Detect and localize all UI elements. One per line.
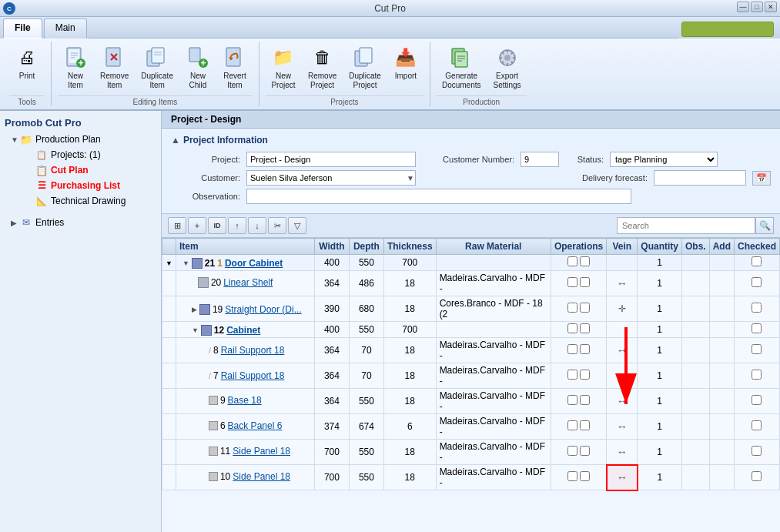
item-expand-triangle[interactable]: ▶: [192, 306, 197, 313]
item-name-text[interactable]: Rail Support 18: [221, 370, 285, 381]
ops-checkbox[interactable]: [567, 344, 577, 354]
item-name-text[interactable]: Linear Shelf: [223, 277, 273, 288]
vein-move-icon: ✛: [618, 303, 626, 314]
customer-dropdown-icon[interactable]: ▼: [407, 174, 414, 182]
row-vein: ↔: [607, 338, 638, 363]
checked-checkbox[interactable]: [752, 303, 762, 313]
search-input[interactable]: [617, 217, 755, 234]
ops-checkbox2[interactable]: [580, 420, 590, 430]
delivery-input[interactable]: [654, 170, 746, 186]
section-collapse-button[interactable]: ▲: [171, 135, 180, 146]
tab-file[interactable]: File: [3, 18, 42, 38]
ops-checkbox[interactable]: [567, 277, 577, 287]
minimize-button[interactable]: —: [737, 2, 749, 12]
ops-checkbox2[interactable]: [580, 370, 590, 380]
checked-checkbox[interactable]: [752, 323, 762, 333]
item-number: 11: [220, 446, 230, 457]
ops-checkbox2[interactable]: [580, 256, 590, 266]
observation-input[interactable]: [246, 189, 631, 204]
item-name-text[interactable]: Rail Support 18: [221, 345, 285, 356]
item-name-text[interactable]: Door Cabinet: [225, 258, 283, 269]
item-name-text[interactable]: Cabinet: [226, 325, 260, 336]
add-row-button[interactable]: +: [188, 217, 206, 234]
sidebar-item-production-plan[interactable]: ▼ 📁 Production Plan: [9, 132, 158, 147]
editing-group-label: Editing Items: [58, 95, 253, 106]
row-expand: [162, 322, 176, 338]
search-button[interactable]: 🔍: [755, 217, 774, 234]
ops-checkbox[interactable]: [567, 446, 577, 456]
production-plan-toggle[interactable]: ▼: [11, 136, 20, 144]
checked-checkbox[interactable]: [752, 256, 762, 266]
checked-checkbox[interactable]: [752, 344, 762, 354]
item-name-text[interactable]: Side Panel 18: [233, 471, 290, 482]
item-name-text[interactable]: Base 18: [228, 395, 262, 406]
svg-rect-20: [360, 48, 372, 63]
entries-toggle[interactable]: ▶: [11, 219, 20, 227]
new-child-button[interactable]: + NewChild: [180, 42, 216, 94]
row-checked: [734, 440, 779, 465]
status-select[interactable]: tage Planning: [610, 152, 718, 167]
row-quantity: 1: [638, 465, 682, 490]
sidebar-item-purchasing-list[interactable]: ☰ Purchasing List: [25, 178, 158, 193]
svg-point-27: [504, 55, 511, 61]
new-item-button[interactable]: + NewItem: [58, 42, 93, 94]
item-expand-triangle[interactable]: ▼: [192, 326, 199, 334]
customer-number-input[interactable]: [521, 152, 559, 167]
duplicate-item-button[interactable]: DuplicateItem: [136, 42, 179, 94]
sidebar-item-entries[interactable]: ▶ ✉ Entries: [9, 215, 158, 230]
remove-item-button[interactable]: RemoveItem: [95, 42, 134, 94]
maximize-button[interactable]: □: [751, 2, 763, 12]
item-name-text[interactable]: Back Panel 6: [228, 420, 283, 431]
sidebar-item-technical-drawing[interactable]: 📐 Technical Drawing: [25, 193, 158, 209]
ribbon-search-box[interactable]: [681, 22, 774, 37]
new-project-button[interactable]: 📁 NewProject: [266, 42, 301, 94]
checked-checkbox[interactable]: [752, 370, 762, 380]
ops-checkbox[interactable]: [567, 471, 577, 481]
ops-checkbox2[interactable]: [580, 395, 590, 405]
checked-checkbox[interactable]: [752, 395, 762, 405]
calendar-icon[interactable]: 📅: [752, 171, 771, 186]
checked-checkbox[interactable]: [752, 446, 762, 456]
revert-item-button[interactable]: RevertItem: [217, 42, 253, 94]
customer-input[interactable]: [246, 170, 416, 186]
ops-checkbox2[interactable]: [580, 446, 590, 456]
duplicate-project-button[interactable]: DuplicateProject: [343, 42, 387, 94]
ops-checkbox2[interactable]: [580, 303, 590, 313]
filter-button[interactable]: ▽: [288, 217, 306, 234]
sidebar-item-projects[interactable]: 📋 Projects: (1): [25, 147, 158, 162]
checked-checkbox[interactable]: [752, 471, 762, 481]
import-button[interactable]: 📥 Import: [388, 42, 423, 85]
grid-button[interactable]: ⊞: [168, 217, 186, 234]
id-button[interactable]: ID: [208, 217, 226, 234]
checked-checkbox[interactable]: [752, 420, 762, 430]
ops-checkbox[interactable]: [567, 303, 577, 313]
print-button[interactable]: 🖨 Print: [9, 42, 45, 85]
row-operations: [551, 255, 606, 271]
project-input[interactable]: [246, 152, 416, 167]
ops-checkbox[interactable]: [567, 395, 577, 405]
checked-checkbox[interactable]: [752, 277, 762, 287]
ops-checkbox[interactable]: [567, 370, 577, 380]
item-name-text[interactable]: Side Panel 18: [233, 446, 290, 457]
ops-checkbox2[interactable]: [580, 344, 590, 354]
ops-checkbox2[interactable]: [580, 323, 590, 333]
move-up-button[interactable]: ↑: [228, 217, 246, 234]
generate-documents-button[interactable]: GenerateDocuments: [437, 42, 487, 94]
ops-checkbox2[interactable]: [580, 471, 590, 481]
ops-checkbox[interactable]: [567, 256, 577, 266]
row-material: Madeiras.Carvalho - MDF -: [436, 363, 551, 389]
close-button[interactable]: ✕: [765, 2, 777, 12]
export-settings-button[interactable]: ExportSettings: [487, 42, 526, 94]
tab-main[interactable]: Main: [44, 18, 87, 38]
remove-project-button[interactable]: 🗑 RemoveProject: [303, 42, 342, 94]
sidebar-item-cut-plan[interactable]: 📋 Cut Plan: [25, 162, 158, 178]
item-name-text[interactable]: Straight Door (Di...: [225, 304, 301, 315]
customer-label: Customer:: [171, 173, 240, 182]
ops-checkbox[interactable]: [567, 323, 577, 333]
cut-button[interactable]: ✂: [268, 217, 286, 234]
row-expand: [162, 440, 176, 465]
row-expand[interactable]: ▼: [162, 255, 176, 271]
ops-checkbox[interactable]: [567, 420, 577, 430]
move-down-button[interactable]: ↓: [248, 217, 266, 234]
ops-checkbox2[interactable]: [580, 277, 590, 287]
